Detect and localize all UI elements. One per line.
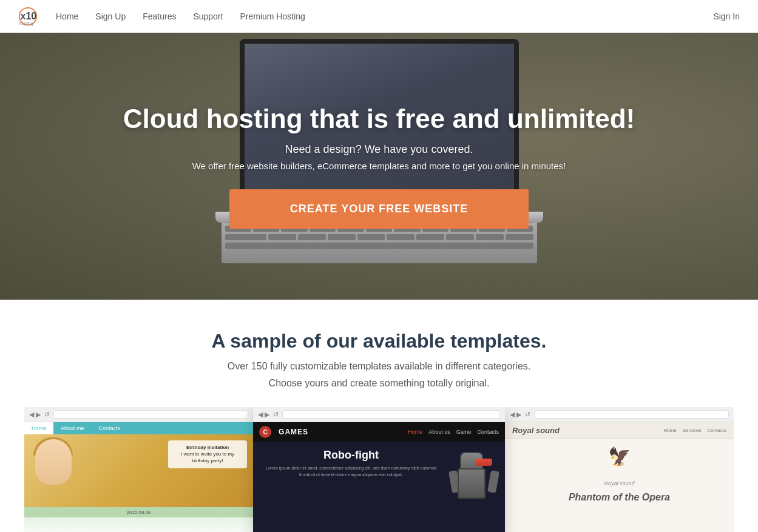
robot-head — [460, 452, 483, 470]
royal-nav-links: Home Services Contacts — [663, 428, 726, 433]
games-template: C GAMES Home About us Game Contacts Robo… — [253, 422, 505, 532]
games-logo: C — [259, 426, 271, 438]
browser-refresh-birthday: ↺ — [44, 411, 50, 419]
royal-hero-area: 🦅 Royal sound Phantom of the Opera — [505, 439, 734, 509]
birthday-content: Home About me Contacts Birthday Invitati… — [24, 422, 253, 532]
robot-arm-right — [487, 470, 499, 493]
games-robot-illustration — [449, 449, 498, 522]
games-content: C GAMES Home About us Game Contacts Robo… — [253, 422, 505, 532]
hero-content: Cloud hosting that is free and unlimited… — [111, 104, 647, 229]
games-robo-desc: Lorem ipsum dolor sit amet, consectetuer… — [260, 465, 442, 478]
template-previews-container: ◀ ▶ ↺ Home About me Contacts Birthday — [24, 407, 734, 532]
templates-subtitle: Over 150 fully customizable templates av… — [24, 361, 734, 372]
games-nav-game: Game — [456, 429, 472, 435]
royal-content: Royal sound Home Services Contacts 🦅 Roy… — [505, 422, 734, 532]
browser-refresh-royal: ↺ — [525, 411, 530, 419]
games-nav: C GAMES Home About us Game Contacts — [253, 422, 505, 442]
browser-bar-royal: ◀ ▶ ↺ — [505, 407, 734, 422]
games-robo-title: Robo-fight — [260, 449, 442, 462]
royal-template: Royal sound Home Services Contacts 🦅 Roy… — [505, 422, 734, 532]
royal-phantom-title: Phantom of the Opera — [512, 491, 726, 504]
browser-bar-birthday: ◀ ▶ ↺ — [24, 407, 253, 422]
robot-body — [458, 468, 486, 499]
bday-nav-home: Home — [24, 422, 53, 434]
nav-support[interactable]: Support — [193, 12, 223, 21]
games-nav-contacts: Contacts — [477, 429, 499, 435]
browser-nav-royal: ◀ ▶ — [510, 411, 521, 419]
robot-visor — [475, 459, 492, 466]
nav-features[interactable]: Features — [143, 12, 176, 21]
browser-nav-birthday: ◀ ▶ — [29, 411, 41, 419]
logo[interactable]: x10 hosting — [18, 7, 38, 26]
games-hero-area: Robo-fight Lorem ipsum dolor sit amet, c… — [253, 442, 505, 529]
bday-nav-contacts: Contacts — [92, 422, 128, 434]
svg-text:x10: x10 — [21, 11, 37, 21]
svg-text:hosting: hosting — [19, 21, 33, 26]
games-text-block: Robo-fight Lorem ipsum dolor sit amet, c… — [260, 449, 442, 522]
bday-nav-about: About me — [53, 422, 92, 434]
games-brand-label: GAMES — [279, 428, 308, 436]
birthday-face — [35, 439, 72, 485]
browser-refresh-games: ↺ — [273, 411, 279, 419]
birthday-nav: Home About me Contacts — [24, 422, 253, 434]
birthday-template: Home About me Contacts Birthday Invitati… — [24, 422, 253, 532]
birthday-hero-image: Birthday Invitation I want to invite you… — [24, 434, 253, 507]
nav-premium[interactable]: Premium Hosting — [240, 12, 305, 21]
royal-eagle-icon: 🦅 — [604, 448, 634, 466]
games-nav-links: Home About us Game Contacts — [408, 429, 499, 435]
royal-brand-label: Royal sound — [512, 426, 560, 435]
nav-signup[interactable]: Sign Up — [95, 12, 126, 21]
logo-icon: x10 hosting — [18, 7, 38, 26]
navbar: x10 hosting Home Sign Up Features Suppor… — [0, 0, 758, 33]
hero-subtitle: Need a design? We have you covered. — [123, 143, 635, 156]
hero-section: Cloud hosting that is free and unlimited… — [0, 33, 758, 300]
browser-nav-games: ◀ ▶ — [258, 411, 269, 419]
royal-nav-services: Services — [683, 428, 702, 433]
royal-sound-tagline: Royal sound — [512, 480, 726, 487]
templates-sub2: Choose yours and create something totall… — [24, 378, 734, 389]
royal-nav-home: Home — [663, 428, 676, 433]
royal-nav: Royal sound Home Services Contacts — [505, 422, 734, 439]
games-nav-home: Home — [408, 429, 422, 435]
hero-description: We offer free website builders, eCommerc… — [123, 161, 635, 171]
template-preview-royal[interactable]: ◀ ▶ ↺ Royal sound Home Services Contacts — [505, 407, 734, 532]
template-preview-games[interactable]: ◀ ▶ ↺ C GAMES Home About us Game Contact… — [253, 407, 505, 532]
birthday-invitation-text: Birthday Invitation I want to invite you… — [168, 440, 247, 468]
hero-title: Cloud hosting that is free and unlimited… — [123, 104, 635, 135]
nav-links: Home Sign Up Features Support Premium Ho… — [56, 11, 305, 22]
navbar-left: x10 hosting Home Sign Up Features Suppor… — [18, 7, 305, 26]
create-website-button[interactable]: CREATE YOUR FREE WEBSITE — [229, 189, 529, 229]
royal-eagle-logo: 🦅 — [604, 448, 634, 477]
sign-in-link[interactable]: Sign In — [713, 12, 740, 21]
games-nav-about: About us — [428, 429, 450, 435]
nav-home[interactable]: Home — [56, 12, 78, 21]
template-preview-birthday[interactable]: ◀ ▶ ↺ Home About me Contacts Birthday — [24, 407, 253, 532]
royal-nav-contacts: Contacts — [707, 428, 726, 433]
templates-title: A sample of our available templates. — [24, 330, 734, 352]
templates-section: A sample of our available templates. Ove… — [0, 300, 758, 532]
browser-bar-games: ◀ ▶ ↺ — [253, 407, 505, 422]
